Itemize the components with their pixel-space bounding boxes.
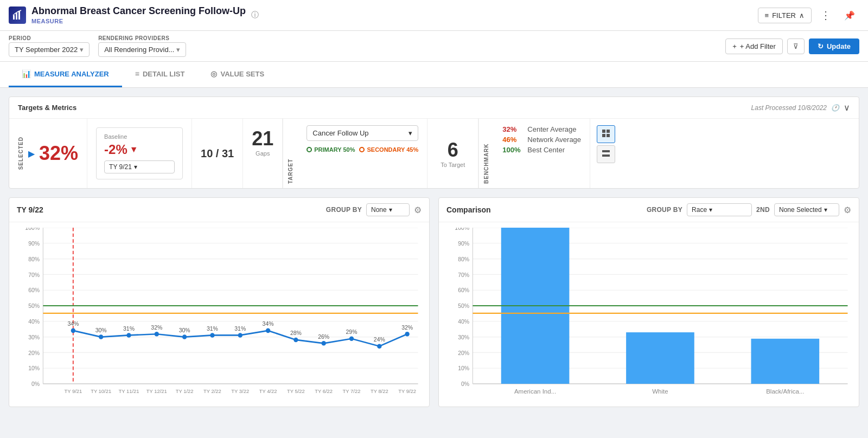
svg-text:TY 6/22: TY 6/22 xyxy=(315,388,333,394)
svg-text:TY 12/21: TY 12/21 xyxy=(146,388,167,394)
header-left: Abnormal Breast Cancer Screening Follow-… xyxy=(9,5,259,25)
filter-button[interactable]: ≡ FILTER ∧ xyxy=(758,8,812,23)
svg-text:50%: 50% xyxy=(458,302,469,309)
list-icon: ≡ xyxy=(135,69,139,78)
svg-text:30%: 30% xyxy=(179,327,190,333)
right-chart-card: Comparison GROUP BY Race ▾ 2ND None Sele… xyxy=(438,197,859,407)
svg-point-38 xyxy=(126,333,131,338)
chevron-down-icon-3: ▾ xyxy=(134,163,137,171)
baseline-section: Baseline -2% ▼ TY 9/21 ▾ xyxy=(87,119,192,188)
svg-text:50%: 50% xyxy=(28,302,40,309)
update-button[interactable]: ↻ Update xyxy=(809,38,859,54)
left-chart-header: TY 9/22 GROUP BY None ▾ ⚙ xyxy=(9,198,429,222)
list-view-icon xyxy=(602,149,610,158)
svg-text:31%: 31% xyxy=(234,325,246,332)
svg-text:TY 9/22: TY 9/22 xyxy=(398,388,416,394)
metrics-card: Targets & Metrics Last Processed 10/8/20… xyxy=(9,96,859,189)
provider-control: RENDERING PROVIDERS All Rendering Provid… xyxy=(98,35,186,57)
baseline-period-select[interactable]: TY 9/21 ▾ xyxy=(104,160,175,173)
svg-point-48 xyxy=(405,332,409,337)
svg-text:80%: 80% xyxy=(28,256,40,262)
svg-text:90%: 90% xyxy=(28,240,40,247)
svg-text:TY 7/22: TY 7/22 xyxy=(343,388,361,394)
svg-point-37 xyxy=(99,334,103,339)
funnel-button[interactable]: ⊽ xyxy=(787,38,805,54)
tab-value-sets[interactable]: ◎ VALUE SETS xyxy=(197,62,277,87)
more-menu-button[interactable]: ⋮ xyxy=(816,7,835,24)
right-group-by-value: Race xyxy=(692,206,707,214)
gaps-section: 21 Gaps xyxy=(243,119,283,188)
svg-point-40 xyxy=(182,334,187,339)
period-select[interactable]: TY September 2022 ▾ xyxy=(9,42,90,57)
bm-network-pct: 46% xyxy=(502,136,524,144)
chevron-down-icon-5: ▾ xyxy=(389,206,392,214)
svg-text:70%: 70% xyxy=(28,272,40,278)
info-icon[interactable]: ⓘ xyxy=(251,10,259,20)
right-chart-settings-button[interactable]: ⚙ xyxy=(844,205,851,215)
add-filter-button[interactable]: + + Add Filter xyxy=(725,38,783,54)
to-target-label: To Target xyxy=(441,162,465,168)
svg-text:30%: 30% xyxy=(458,334,469,340)
benchmark-network-row: 46% Network Average xyxy=(502,136,581,144)
collapse-button[interactable]: ∨ xyxy=(844,102,850,113)
line-chart-svg: 100% 90% 80% 70% 60% 50% 40% 30% 20% 10%… xyxy=(15,228,424,401)
bar-white xyxy=(626,332,694,384)
left-group-by-select[interactable]: None ▾ xyxy=(366,203,410,216)
right-chart-header: Comparison GROUP BY Race ▾ 2ND None Sele… xyxy=(439,198,859,222)
svg-text:32%: 32% xyxy=(401,324,413,331)
left-chart-title: TY 9/22 xyxy=(17,205,43,214)
svg-text:TY 10/21: TY 10/21 xyxy=(91,388,111,394)
svg-text:0%: 0% xyxy=(31,381,40,387)
svg-text:100%: 100% xyxy=(25,228,40,231)
svg-rect-2 xyxy=(18,11,20,20)
grid-view-button[interactable] xyxy=(597,125,615,143)
svg-rect-1 xyxy=(16,13,17,20)
svg-text:TY 5/22: TY 5/22 xyxy=(287,388,305,394)
metrics-title: Targets & Metrics xyxy=(18,104,76,112)
title-text: Abnormal Breast Cancer Screening Follow-… xyxy=(31,5,246,17)
svg-point-46 xyxy=(349,337,354,342)
benchmark-best-row: 100% Best Center xyxy=(502,146,581,154)
target-section: TARGET Cancer Follow Up ▾ PRIMARY 50% xyxy=(283,119,427,188)
pin-button[interactable]: 📌 xyxy=(840,8,859,23)
svg-text:TY 9/21: TY 9/21 xyxy=(64,388,82,394)
arrow-right-icon: ▶ xyxy=(28,149,35,159)
list-view-button[interactable] xyxy=(597,145,615,163)
svg-text:TY 11/21: TY 11/21 xyxy=(118,388,139,394)
svg-text:American Ind...: American Ind... xyxy=(514,388,556,395)
last-processed-text: Last Processed 10/8/2022 xyxy=(751,104,827,112)
left-chart-settings-button[interactable]: ⚙ xyxy=(414,205,422,215)
svg-text:34%: 34% xyxy=(67,320,79,327)
svg-text:10%: 10% xyxy=(28,365,40,371)
svg-text:60%: 60% xyxy=(458,287,469,293)
chevron-up-icon: ∧ xyxy=(799,11,805,20)
svg-point-36 xyxy=(71,328,75,333)
svg-text:20%: 20% xyxy=(458,350,469,356)
svg-point-43 xyxy=(266,328,270,333)
tab-measure-analyzer[interactable]: 📊 MEASURE ANALYZER xyxy=(9,62,122,87)
svg-text:30%: 30% xyxy=(95,327,107,333)
down-arrow-icon: ▼ xyxy=(130,145,138,154)
target-dropdown-value: Cancer Follow Up xyxy=(312,129,368,137)
baseline-period-value: TY 9/21 xyxy=(109,163,132,171)
tab-detail-list[interactable]: ≡ DETAIL LIST xyxy=(122,62,198,87)
target-label: TARGET xyxy=(283,119,298,188)
selected-label: SELECTED xyxy=(18,137,24,170)
svg-text:70%: 70% xyxy=(458,272,469,278)
right-chart-body: 100% 90% 80% 70% 60% 50% 40% 30% 20% 10%… xyxy=(439,222,859,407)
period-control: PERIOD TY September 2022 ▾ xyxy=(9,35,90,57)
bm-best-pct: 100% xyxy=(502,146,524,154)
svg-text:White: White xyxy=(652,388,668,395)
svg-text:40%: 40% xyxy=(28,318,40,325)
second-select[interactable]: None Selected ▾ xyxy=(774,203,839,216)
svg-text:28%: 28% xyxy=(290,330,302,336)
benchmark-center-row: 32% Center Average xyxy=(502,125,581,133)
bm-center-label: Center Average xyxy=(527,125,576,133)
svg-rect-8 xyxy=(602,154,610,157)
primary-dot xyxy=(307,147,312,152)
target-dropdown[interactable]: Cancer Follow Up ▾ xyxy=(307,125,418,141)
left-group-by-value: None xyxy=(371,206,387,214)
right-group-by-select[interactable]: Race ▾ xyxy=(687,203,752,216)
svg-text:100%: 100% xyxy=(455,228,469,231)
provider-select[interactable]: All Rendering Provid... ▾ xyxy=(98,42,186,57)
